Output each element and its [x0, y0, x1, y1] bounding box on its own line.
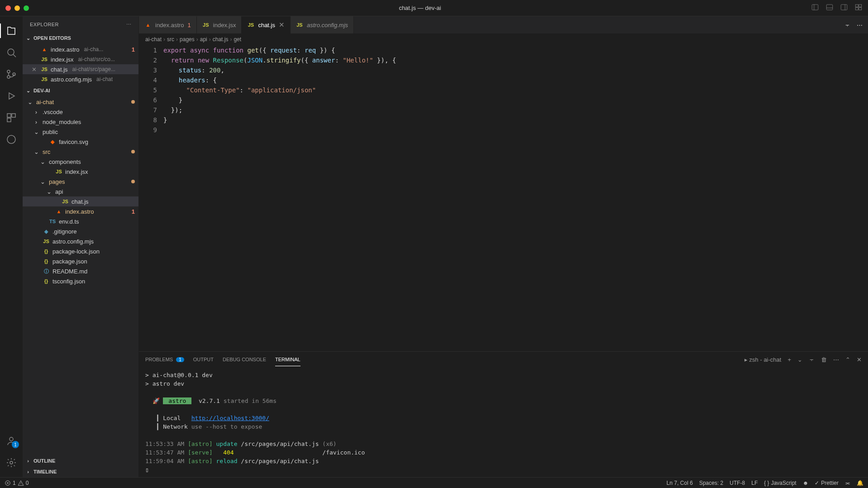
open-editors-header[interactable]: ⌄ OPEN EDITORS [23, 33, 138, 43]
activity-source-control[interactable] [0, 63, 23, 85]
folder-item[interactable]: ⌄api [23, 187, 138, 196]
file-item[interactable]: {}tsconfig.json [23, 276, 138, 286]
sidebar-title: EXPLORER [30, 22, 59, 27]
folder-item[interactable]: ›.vscode [23, 107, 138, 117]
close-panel-icon[interactable]: ✕ [857, 356, 862, 363]
status-broadcast-icon[interactable]: ⫘ [845, 480, 850, 486]
status-position[interactable]: Ln 7, Col 6 [667, 480, 693, 486]
activity-settings[interactable] [0, 452, 23, 474]
folder-item[interactable]: ⌄ai-chat [23, 97, 138, 107]
svg-rect-17 [7, 118, 11, 122]
breadcrumb-separator: › [163, 36, 165, 43]
folder-item[interactable]: ⌄pages [23, 177, 138, 187]
open-editor-item[interactable]: JSastro.config.mjsai-chat [23, 74, 138, 84]
status-prettier[interactable]: ✓ Prettier [815, 480, 839, 486]
status-encoding[interactable]: UTF-8 [730, 480, 745, 486]
outline-header[interactable]: › OUTLINE [23, 455, 138, 466]
editor-tab[interactable]: ▲index.astro1 [139, 16, 197, 33]
activity-bar: 1 [0, 16, 23, 477]
file-item[interactable]: JSastro.config.mjs [23, 236, 138, 246]
file-label: README.md [52, 268, 87, 275]
open-editors-list: ▲index.astroai-cha...1JSindex.jsxai-chat… [23, 43, 138, 85]
svg-point-13 [7, 76, 10, 78]
maximize-panel-icon[interactable]: ⌃ [845, 356, 850, 363]
more-tab-actions-icon[interactable]: ⋯ [857, 22, 863, 29]
breadcrumb-item[interactable]: get [234, 36, 241, 43]
chevron-right-icon: › [24, 458, 32, 464]
folder-item[interactable]: ›node_modules [23, 117, 138, 127]
file-item[interactable]: {}package.json [23, 256, 138, 266]
customize-layout-icon[interactable] [854, 3, 863, 13]
more-icon[interactable]: ⋯ [126, 22, 132, 28]
kill-terminal-icon[interactable]: 🗑 [821, 356, 827, 363]
terminal-selector[interactable]: ▸ zsh - ai-chat [744, 356, 781, 363]
editor-tab[interactable]: JSchat.js✕ [242, 16, 291, 33]
more-terminal-icon[interactable]: ⋯ [833, 356, 839, 363]
file-item[interactable]: {}package-lock.json [23, 246, 138, 256]
window-title: chat.js — dev-ai [399, 5, 441, 11]
timeline-header[interactable]: › TIMELINE [23, 466, 138, 477]
status-indent[interactable]: Spaces: 2 [699, 480, 723, 486]
new-terminal-icon[interactable]: + [787, 356, 791, 363]
folder-item[interactable]: ⌄components [23, 157, 138, 167]
close-window-button[interactable] [5, 5, 11, 11]
file-item[interactable]: TSenv.d.ts [23, 216, 138, 226]
workspace-header[interactable]: ⌄ DEV-AI [23, 85, 138, 96]
folder-item[interactable]: ⌄src [23, 147, 138, 157]
open-editor-item[interactable]: ▲index.astroai-cha...1 [23, 44, 138, 54]
panel-tab-problems[interactable]: PROBLEMS 1 [145, 353, 184, 366]
file-label: .gitignore [52, 228, 76, 235]
activity-remote[interactable] [0, 129, 23, 150]
editor-tab[interactable]: JSastro.config.mjs [291, 16, 354, 33]
panel-tab-output[interactable]: OUTPUT [193, 353, 214, 366]
split-terminal-icon[interactable]: ⫟ [809, 356, 815, 363]
status-eol[interactable]: LF [751, 480, 758, 486]
folder-item[interactable]: ⌄public [23, 127, 138, 137]
status-errors[interactable]: 1 0 [5, 480, 29, 486]
activity-extensions[interactable] [0, 107, 23, 129]
terminal[interactable]: > ai-chat@0.0.1 dev > astro dev 🚀 astro … [139, 367, 868, 477]
toggle-primary-sidebar-icon[interactable] [811, 3, 819, 13]
workspace-label: DEV-AI [33, 88, 50, 93]
breadcrumb-separator: › [209, 36, 211, 43]
panel-tab-debug[interactable]: DEBUG CONSOLE [223, 353, 266, 366]
breadcrumb-item[interactable]: ai-chat [145, 36, 162, 43]
traffic-lights [5, 5, 29, 11]
file-item[interactable]: ▲index.astro1 [23, 206, 138, 216]
breadcrumb-item[interactable]: api [200, 36, 207, 43]
code-content[interactable]: export async function get({ request: req… [163, 45, 868, 351]
breadcrumb[interactable]: ai-chat › src › pages › api › chat.js › … [139, 33, 868, 45]
open-editor-item[interactable]: ✕JSchat.jsai-chat/src/page... [23, 64, 138, 74]
activity-run-debug[interactable] [0, 85, 23, 107]
status-feedback-icon[interactable]: ☻ [803, 480, 809, 486]
open-editor-item[interactable]: JSindex.jsxai-chat/src/co... [23, 54, 138, 64]
toggle-secondary-sidebar-icon[interactable] [840, 3, 848, 13]
file-item[interactable]: ⓘREADME.md [23, 266, 138, 276]
breadcrumb-item[interactable]: src [167, 36, 174, 43]
file-label: components [49, 158, 81, 165]
panel-actions: ▸ zsh - ai-chat + ⌄ ⫟ 🗑 ⋯ ⌃ ✕ [744, 356, 862, 363]
file-item[interactable]: ◈.gitignore [23, 226, 138, 236]
terminal-dropdown-icon[interactable]: ⌄ [797, 356, 802, 363]
activity-explorer[interactable] [0, 20, 23, 42]
file-item[interactable]: JSchat.js [23, 196, 138, 206]
code-editor[interactable]: 123456789 export async function get({ re… [139, 45, 868, 351]
close-editor-icon[interactable]: ✕ [32, 66, 38, 73]
status-bell-icon[interactable]: 🔔 [857, 480, 863, 486]
panel-tab-terminal[interactable]: TERMINAL [275, 353, 300, 366]
minimize-window-button[interactable] [14, 5, 20, 11]
status-bar: 1 0 Ln 7, Col 6 Spaces: 2 UTF-8 LF { } J… [0, 477, 868, 488]
activity-accounts[interactable]: 1 [0, 430, 23, 452]
breadcrumb-item[interactable]: pages [180, 36, 195, 43]
modified-dot [131, 150, 135, 153]
maximize-window-button[interactable] [24, 5, 29, 11]
file-item[interactable]: ◆favicon.svg [23, 137, 138, 147]
split-editor-icon[interactable]: ⫟ [844, 22, 850, 29]
editor-tab[interactable]: JSindex.jsx [197, 16, 242, 33]
activity-search[interactable] [0, 42, 23, 63]
breadcrumb-item[interactable]: chat.js [213, 36, 229, 43]
close-tab-icon[interactable]: ✕ [279, 21, 285, 29]
toggle-panel-icon[interactable] [825, 3, 834, 13]
status-language[interactable]: { } JavaScript [764, 480, 796, 486]
file-item[interactable]: JSindex.jsx [23, 167, 138, 177]
